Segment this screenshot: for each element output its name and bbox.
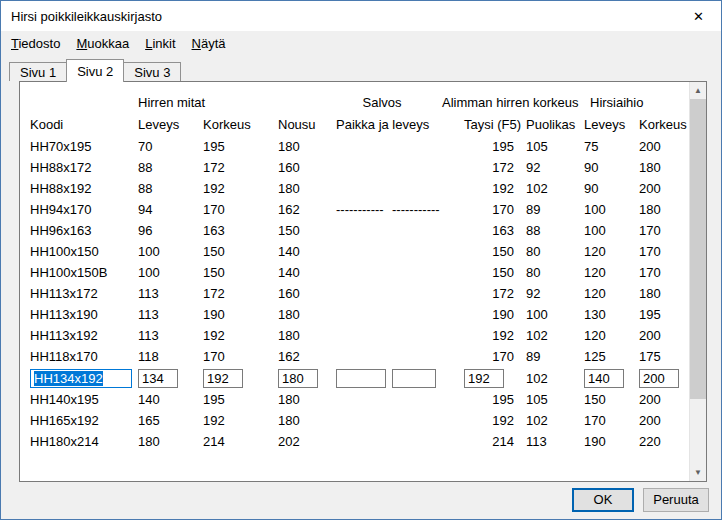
tab-sivu-1[interactable]: Sivu 1 xyxy=(9,62,67,81)
footer: OK Peruuta xyxy=(1,480,721,519)
cell-nousu: 160 xyxy=(278,160,336,175)
table-row[interactable]: HH165x192165192180192102170200 xyxy=(20,410,706,431)
edit-input-korkeus[interactable]: 192 xyxy=(203,369,243,388)
cell-nousu: 162 xyxy=(278,202,336,217)
column-header-aihio-korkeus: Korkeus xyxy=(639,117,689,132)
cell-koodi: HH118x170 xyxy=(30,349,138,364)
cell-leveys: 113 xyxy=(138,307,203,322)
table-row[interactable]: HH100x150B10015014015080120170 xyxy=(20,262,706,283)
table-row[interactable]: HH88x1928819218019210290200 xyxy=(20,178,706,199)
tab-sivu-2[interactable]: Sivu 2 xyxy=(66,59,124,82)
cell-koodi: HH100x150B xyxy=(30,265,138,280)
cell-akorkeus: 180 xyxy=(639,160,689,175)
edit-input-taysi[interactable]: 192 xyxy=(464,369,504,388)
tab-bar: Sivu 1 Sivu 2 Sivu 3 xyxy=(9,59,180,81)
cell-puolikas: 80 xyxy=(526,244,584,259)
cell-korkeus: 150 xyxy=(203,265,278,280)
cell-akorkeus: 200 xyxy=(639,181,689,196)
cell-taysi: 172 xyxy=(464,286,526,301)
menu-item-nayta[interactable]: Näytä xyxy=(184,33,234,54)
title-bar: Hirsi poikkileikkauskirjasto ✕ xyxy=(1,1,721,31)
cell-koodi: HH180x214 xyxy=(30,434,138,449)
cell-leveys: 96 xyxy=(138,223,203,238)
edit-input-koodi[interactable]: HH134x192 xyxy=(30,369,132,388)
column-header-taysi: Taysi (F5) xyxy=(464,117,526,132)
cell-akorkeus: 175 xyxy=(639,349,689,364)
table-body: HH70x1957019518019510575200HH88x17288172… xyxy=(20,136,706,452)
cell-koodi: HH140x195 xyxy=(30,392,138,407)
cell-nousu: 180 xyxy=(278,413,336,428)
cell-leveys: 180 xyxy=(138,434,203,449)
scrollbar-thumb[interactable] xyxy=(690,99,706,399)
edit-input-aleveys[interactable]: 140 xyxy=(584,369,624,388)
tab-sivu-3[interactable]: Sivu 3 xyxy=(123,62,181,81)
cell-akorkeus: 180 xyxy=(639,202,689,217)
cell-korkeus: 190 xyxy=(203,307,278,322)
table-row[interactable]: HH140x195140195180195105150200 xyxy=(20,389,706,410)
cell-aleveys: 120 xyxy=(584,265,639,280)
cell-korkeus: 172 xyxy=(203,160,278,175)
cell-aleveys: 90 xyxy=(584,160,639,175)
selected-text: HH134x192 xyxy=(34,371,103,386)
table-row[interactable]: HH88x172881721601729290180 xyxy=(20,157,706,178)
group-header-hirren-mitat: Hirren mitat xyxy=(138,95,278,110)
cell-taysi: 192 xyxy=(464,328,526,343)
cell-nousu: 202 xyxy=(278,434,336,449)
column-header-leveys: Leveys xyxy=(138,117,203,132)
edit-input-salvos2[interactable] xyxy=(392,369,436,388)
table-row[interactable]: HH70x1957019518019510575200 xyxy=(20,136,706,157)
dialog-window: Hirsi poikkileikkauskirjasto ✕ Tiedosto … xyxy=(0,0,722,520)
cell-aleveys: 75 xyxy=(584,139,639,154)
table-edit-row[interactable]: HH134x192134192180192102140200 xyxy=(20,367,706,389)
edit-input-akorkeus[interactable]: 200 xyxy=(639,369,679,388)
cell-akorkeus: 195 xyxy=(639,307,689,322)
cell-puolikas: 80 xyxy=(526,265,584,280)
cell-taysi: 163 xyxy=(464,223,526,238)
edit-input-salvos1[interactable] xyxy=(336,369,386,388)
table-row[interactable]: HH118x17011817016217089125175 xyxy=(20,346,706,367)
cell-akorkeus: 200 xyxy=(639,139,689,154)
cell-nousu: 140 xyxy=(278,244,336,259)
cell-puolikas: 89 xyxy=(526,349,584,364)
menu-item-linkit[interactable]: Linkit xyxy=(137,33,183,54)
cell-taysi: 170 xyxy=(464,202,526,217)
cell-aleveys: 120 xyxy=(584,244,639,259)
table-row[interactable]: HH94x17094170162----------------------17… xyxy=(20,199,706,220)
table-row[interactable]: HH180x214180214202214113190220 xyxy=(20,431,706,452)
cell-aleveys: 100 xyxy=(584,223,639,238)
edit-input-nousu[interactable]: 180 xyxy=(278,369,318,388)
cell-salvos1: ----------- xyxy=(336,202,392,217)
cell-leveys: 100 xyxy=(138,244,203,259)
cell-aleveys: 170 xyxy=(584,413,639,428)
cell-puolikas: 92 xyxy=(526,160,584,175)
cell-leveys: 88 xyxy=(138,181,203,196)
close-icon[interactable]: ✕ xyxy=(676,1,721,31)
cell-nousu: 180 xyxy=(278,139,336,154)
table-row[interactable]: HH100x15010015014015080120170 xyxy=(20,241,706,262)
cell-puolikas: 102 xyxy=(526,413,584,428)
cell-taysi: 192 xyxy=(464,413,526,428)
cell-leveys: 70 xyxy=(138,139,203,154)
cell-aleveys: 125 xyxy=(584,349,639,364)
table-row[interactable]: HH96x1639616315016388100170 xyxy=(20,220,706,241)
column-header-aihio-leveys: Leveys xyxy=(584,117,639,132)
cell-salvos2: ----------- xyxy=(392,202,464,217)
cell-aleveys: 150 xyxy=(584,392,639,407)
scroll-up-icon[interactable]: ▲ xyxy=(690,82,706,99)
cell-salvos1 xyxy=(336,369,392,388)
table-row[interactable]: HH113x17211317216017292120180 xyxy=(20,283,706,304)
table-row[interactable]: HH113x192113192180192102120200 xyxy=(20,325,706,346)
cell-leveys: 134 xyxy=(138,369,203,388)
cell-leveys: 100 xyxy=(138,265,203,280)
cell-korkeus: 192 xyxy=(203,413,278,428)
scroll-down-icon[interactable]: ▼ xyxy=(690,464,706,481)
edit-input-leveys[interactable]: 134 xyxy=(138,369,178,388)
menu-item-tiedosto[interactable]: Tiedosto xyxy=(3,33,68,54)
ok-button[interactable]: OK xyxy=(572,488,634,512)
menu-item-muokkaa[interactable]: Muokkaa xyxy=(68,33,137,54)
vertical-scrollbar[interactable]: ▲ ▼ xyxy=(689,82,706,481)
table-row[interactable]: HH113x190113190180190100130195 xyxy=(20,304,706,325)
cancel-button[interactable]: Peruuta xyxy=(643,488,709,512)
cell-aleveys: 120 xyxy=(584,328,639,343)
cell-koodi: HH88x192 xyxy=(30,181,138,196)
